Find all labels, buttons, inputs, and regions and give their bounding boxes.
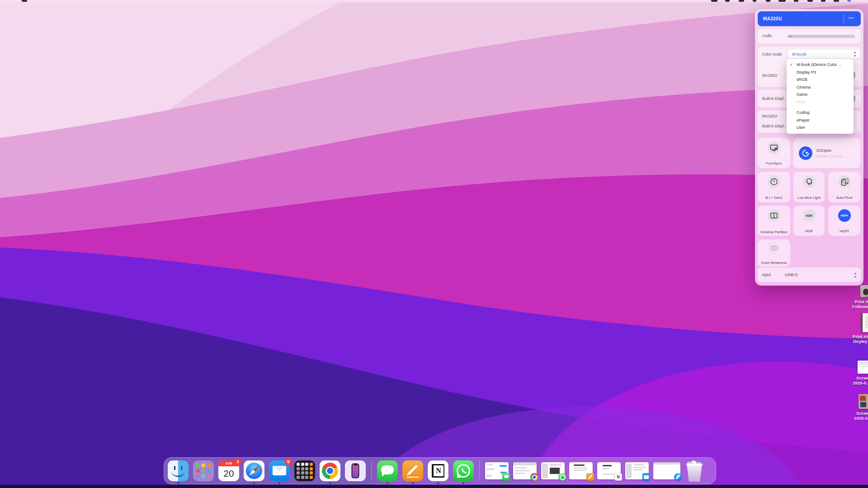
file-name: Screenshot 2025-0...t 21.2 xyxy=(854,411,868,421)
messages-icon xyxy=(377,460,398,481)
desktop-icon-print-article-1[interactable]: Print Article_ Followin...1913. xyxy=(836,285,868,309)
dock-separator xyxy=(371,461,372,481)
hdr-badge-icon: HDR xyxy=(803,209,816,222)
tile-label: B.I.+ Gen2 xyxy=(759,196,789,200)
finder-icon xyxy=(168,460,189,481)
dock-icon-whatsapp[interactable] xyxy=(453,460,474,481)
dock-icon-mail[interactable]: 8 xyxy=(269,460,290,481)
file-name: Print Article_ Followin...1913. xyxy=(852,299,868,309)
tile-focusync[interactable]: FocuSync xyxy=(758,138,790,168)
minimized-whatsapp-window[interactable] xyxy=(541,462,565,479)
menubar-status-icon[interactable] xyxy=(711,0,717,2)
split-screen-icon xyxy=(768,209,780,222)
chrome-icon xyxy=(530,473,538,481)
tile-bi-gen2[interactable]: B.I.+ Gen2 xyxy=(758,172,790,202)
tile-label: HiDPI xyxy=(829,229,859,233)
trash-full[interactable] xyxy=(685,460,704,482)
input-select[interactable] xyxy=(852,272,858,278)
color-mode-dropdown-menu: ✓ M-book (iDevice Color ... Display P3 s… xyxy=(787,59,854,134)
tile-color-weakness[interactable]: Color Weakness xyxy=(758,239,790,267)
colormode-option-cinema[interactable]: Cinema xyxy=(787,84,854,91)
hidpi-badge-icon: HiDPI xyxy=(838,209,851,222)
monitor-moon-icon xyxy=(768,141,780,154)
calculator-icon xyxy=(294,460,315,481)
chevron-up-down-icon xyxy=(853,52,857,57)
dock-icon-calendar[interactable]: JUN 20 3 xyxy=(218,460,239,481)
dock-icon-safari[interactable] xyxy=(244,460,264,481)
dock-icon-launchpad[interactable] xyxy=(193,460,214,481)
minimized-notion-window[interactable]: N xyxy=(597,462,621,479)
minimized-chrome-window[interactable] xyxy=(513,462,537,479)
tile-label: Auto Pivot xyxy=(829,196,859,200)
pages-icon xyxy=(402,460,423,481)
minimized-messages-window[interactable] xyxy=(485,462,509,479)
colormode-option-epaper[interactable]: ePaper xyxy=(787,117,854,124)
dock-icon-chrome[interactable] xyxy=(320,460,340,481)
tile-label: FocuSync xyxy=(759,161,789,165)
document-file-thumbnail xyxy=(861,313,868,332)
slider-row-label: Built-in Displ.. xyxy=(762,124,786,128)
notion-icon: N xyxy=(428,460,448,481)
whatsapp-icon xyxy=(558,473,566,481)
colormode-option-mbook[interactable]: ✓ M-book (iDevice Color ... xyxy=(787,61,854,69)
tile-label: ICCsync xyxy=(816,148,845,153)
slider-row-label: MA320U xyxy=(762,114,777,118)
colormode-option-displayp3[interactable]: Display P3 xyxy=(787,69,854,76)
minimized-pages-document[interactable] xyxy=(569,462,593,479)
tile-subtitle: iDevice Color Sy... xyxy=(816,154,845,158)
audio-volume-slider[interactable] xyxy=(788,35,855,38)
menubar-status-icon[interactable] xyxy=(739,0,744,2)
tile-hidpi[interactable]: HiDPI HiDPI xyxy=(828,206,860,236)
menubar-status-icon[interactable] xyxy=(821,0,826,2)
color-mode-select[interactable]: M-book xyxy=(788,49,860,59)
notion-icon: N xyxy=(614,473,622,481)
colormode-option-game[interactable]: Game xyxy=(787,91,854,99)
tile-iccsync[interactable]: ICCsync iDevice Color Sy... xyxy=(793,138,860,168)
iphone-mirroring-icon xyxy=(345,460,366,481)
image-file-thumbnail xyxy=(860,285,868,297)
menubar-status-icon[interactable] xyxy=(766,0,770,2)
tile-desktop-partition[interactable]: Desktop Partition xyxy=(758,206,790,236)
tile-auto-pivot[interactable]: Auto Pivot xyxy=(828,172,860,202)
tile-hdr[interactable]: HDR HDR xyxy=(793,206,825,236)
colormode-option-user[interactable]: User xyxy=(787,124,854,131)
screen-bottom-bezel xyxy=(0,485,868,488)
tile-label: Desktop Partition xyxy=(759,230,789,234)
screenshot-thumbnail xyxy=(859,394,868,409)
menubar xyxy=(0,0,868,2)
siri-icon[interactable] xyxy=(847,0,851,2)
rotate-screen-icon xyxy=(838,175,851,188)
minimized-safari-window[interactable] xyxy=(653,462,680,479)
dock-icon-finder[interactable] xyxy=(168,460,189,481)
notification-badge: 3 xyxy=(234,458,241,465)
dock-icon-iphone-mirroring[interactable] xyxy=(345,460,366,481)
dock-icon-calculator[interactable] xyxy=(294,460,315,481)
desktop-icon-screenshot-1[interactable]: Screenshot 2025-0...t 16.01 xyxy=(836,361,868,385)
dropdown-group-gap xyxy=(787,106,854,109)
slider-row-label: MA320U xyxy=(762,73,777,78)
messages-icon xyxy=(502,473,510,481)
desktop-icon-screenshot-2[interactable]: Screenshot 2025-0...t 21.2 xyxy=(836,394,868,421)
menubar-status-icon[interactable] xyxy=(794,0,798,2)
dock-icon-notion[interactable]: N xyxy=(428,460,448,481)
mail-icon xyxy=(642,473,650,481)
eye-icon xyxy=(768,242,780,254)
dock-icon-pages[interactable] xyxy=(402,460,423,481)
tile-low-blue-light[interactable]: Low Blue Light xyxy=(793,172,825,202)
menubar-status-icon[interactable] xyxy=(834,0,839,2)
apple-menu-icon[interactable] xyxy=(22,0,27,2)
menubar-status-icon[interactable] xyxy=(753,0,756,2)
iccsync-swirl-icon xyxy=(799,146,812,160)
more-options-button[interactable]: ••• xyxy=(845,11,857,26)
brightness-gauge-icon xyxy=(768,175,780,188)
pages-icon xyxy=(586,473,594,481)
desktop-icon-print-article-2[interactable]: Print Article_ P Doyley _...904. xyxy=(836,313,868,344)
menubar-status-icon[interactable] xyxy=(807,0,813,2)
colormode-option-srgb[interactable]: sRGB xyxy=(787,76,854,84)
colormode-option-coding[interactable]: Coding xyxy=(787,109,854,117)
menubar-status-icon[interactable] xyxy=(778,0,786,2)
menubar-status-icon[interactable] xyxy=(725,0,730,2)
dock-icon-messages[interactable] xyxy=(377,460,398,481)
minimized-mail-window[interactable] xyxy=(625,462,649,479)
header-divider xyxy=(844,14,844,23)
